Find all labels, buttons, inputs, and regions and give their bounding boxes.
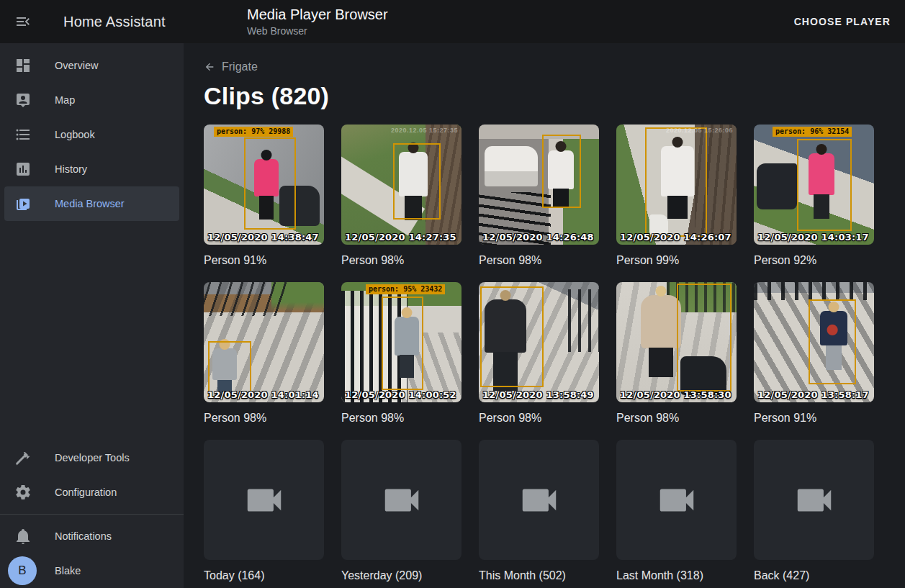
detection-bounding-box xyxy=(542,135,581,208)
railing-shape xyxy=(754,282,874,300)
clip-caption: Person 91% xyxy=(754,412,874,425)
sidebar-item-map[interactable]: Map xyxy=(0,83,184,117)
bell-icon xyxy=(14,528,32,545)
clip-caption: Person 98% xyxy=(479,412,599,425)
dashboard-icon xyxy=(14,57,32,74)
clip-card: 2020.12.05 15:27:35 12/05/2020 14:27:35 … xyxy=(341,125,461,267)
car-shape xyxy=(485,146,538,186)
clip-caption: Person 98% xyxy=(616,412,737,425)
clip-caption: Person 99% xyxy=(616,254,737,267)
clip-thumbnail[interactable]: 12/05/2020 14:01:14 xyxy=(204,282,324,402)
menu-open-icon xyxy=(14,13,32,30)
clip-timestamp-overlay: 12/05/2020 13:58:49 xyxy=(482,389,594,400)
clip-timestamp-overlay: 12/05/2020 14:00:52 xyxy=(345,389,456,400)
clip-card: person: 96% 32154 12/05/2020 14:03:17 Pe… xyxy=(754,125,874,267)
folder-back[interactable] xyxy=(754,440,874,560)
folder-card: Yesterday (209) xyxy=(341,440,461,582)
clip-thumbnail[interactable]: person: 96% 32154 12/05/2020 14:03:17 xyxy=(754,125,874,245)
clip-timestamp-overlay: 12/05/2020 14:03:17 xyxy=(757,232,869,243)
user-avatar: B xyxy=(8,556,37,585)
clip-caption: Person 92% xyxy=(754,254,874,267)
detection-bounding-box xyxy=(809,299,856,384)
sidebar-item-notifications[interactable]: Notifications xyxy=(0,519,184,553)
folder-card: Back (427) xyxy=(754,440,874,582)
clip-timestamp-overlay: 12/05/2020 14:27:35 xyxy=(345,232,456,243)
video-icon xyxy=(517,478,562,523)
clip-caption: Person 98% xyxy=(341,412,461,425)
clip-card: 12/05/2020 14:26:48 Person 98% xyxy=(479,125,599,267)
sidebar-spacer xyxy=(0,221,184,440)
play-box-multiple-icon xyxy=(14,195,32,212)
clip-card: 12/05/2020 13:58:17 Person 91% xyxy=(754,282,874,425)
detection-bounding-box xyxy=(393,143,441,220)
clip-thumbnail[interactable]: 12/05/2020 13:58:49 xyxy=(479,282,599,402)
sidebar-toggle-button[interactable] xyxy=(14,13,32,30)
clip-caption: Person 91% xyxy=(204,254,324,267)
detection-banner: person: 95% 23432 xyxy=(366,284,445,294)
sidebar-item-label: Developer Tools xyxy=(55,452,130,463)
folder-card: Last Month (318) xyxy=(616,440,737,582)
folder-this-month[interactable] xyxy=(479,440,599,560)
clip-timestamp-overlay: 12/05/2020 14:01:14 xyxy=(207,389,319,400)
choose-player-button[interactable]: CHOOSE PLAYER xyxy=(788,0,896,43)
detection-banner: person: 97% 29988 xyxy=(214,127,293,137)
sidebar-divider xyxy=(0,514,184,515)
clip-caption: Person 98% xyxy=(479,254,599,267)
account-location-icon xyxy=(14,91,32,109)
clip-timestamp-overlay: 12/05/2020 14:26:48 xyxy=(482,232,594,243)
folder-label: Last Month (318) xyxy=(616,569,737,582)
clip-timestamp-overlay: 12/05/2020 13:58:17 xyxy=(757,389,869,400)
detection-banner: person: 96% 32154 xyxy=(773,127,852,137)
clip-caption: Person 98% xyxy=(204,412,324,425)
sidebar-item-label: Overview xyxy=(55,60,98,71)
clip-thumbnail[interactable]: person: 97% 29988 12/05/2020 14:38:47 xyxy=(204,125,324,245)
clip-thumbnail[interactable]: 2020.12.05 15:26:06 12/05/2020 14:26:07 xyxy=(616,125,737,245)
sidebar-item-overview[interactable]: Overview xyxy=(0,48,184,83)
sidebar-item-developer-tools[interactable]: Developer Tools xyxy=(0,440,184,475)
clip-card: 12/05/2020 13:58:49 Person 98% xyxy=(479,282,599,425)
video-icon xyxy=(792,478,837,523)
list-bulleted-icon xyxy=(14,126,32,143)
folder-card: Today (164) xyxy=(204,440,324,582)
sidebar-item-label: Notifications xyxy=(55,530,112,542)
sidebar-item-logbook[interactable]: Logbook xyxy=(0,117,184,152)
user-name: Blake xyxy=(55,565,81,576)
sidebar-item-label: History xyxy=(55,163,87,175)
detection-bounding-box xyxy=(480,286,544,387)
clip-timestamp-overlay: 12/05/2020 14:38:47 xyxy=(207,232,319,243)
clip-card: 2020.12.05 15:26:06 12/05/2020 14:26:07 … xyxy=(616,125,737,267)
clip-thumbnail[interactable]: 12/05/2020 14:26:48 xyxy=(479,125,599,245)
clip-timestamp-overlay: 12/05/2020 14:26:07 xyxy=(620,232,731,243)
detection-bounding-box xyxy=(645,127,707,237)
sidebar-item-configuration[interactable]: Configuration xyxy=(0,475,184,510)
sidebar-item-user-profile[interactable]: B Blake xyxy=(0,553,184,588)
clip-card: 12/05/2020 14:01:14 Person 98% xyxy=(204,282,324,425)
folder-today[interactable] xyxy=(204,440,324,560)
clip-thumbnail[interactable]: person: 95% 23432 12/05/2020 14:00:52 xyxy=(341,282,461,402)
railing-shape xyxy=(204,282,293,316)
clip-card: person: 97% 29988 12/05/2020 14:38:47 Pe… xyxy=(204,125,324,267)
breadcrumb-label: Frigate xyxy=(222,60,258,73)
breadcrumb-back-frigate[interactable]: Frigate xyxy=(204,60,258,73)
folder-label: Yesterday (209) xyxy=(341,569,461,582)
page-header-subtitle: Web Browser xyxy=(247,25,388,37)
clip-thumbnail[interactable]: 2020.12.05 15:27:35 12/05/2020 14:27:35 xyxy=(341,125,461,245)
stroller-shape xyxy=(757,163,797,209)
page-header-title: Media Player Browser xyxy=(247,6,388,23)
folder-label: Back (427) xyxy=(754,569,874,582)
app-title: Home Assistant xyxy=(63,14,166,30)
sidebar-item-label: Logbook xyxy=(55,129,95,140)
sidebar-item-media-browser[interactable]: Media Browser xyxy=(4,186,179,221)
hammer-icon xyxy=(14,449,32,466)
sidebar-item-history[interactable]: History xyxy=(0,152,184,186)
gear-icon xyxy=(14,484,32,501)
folder-card: This Month (502) xyxy=(479,440,599,582)
folder-yesterday[interactable] xyxy=(341,440,461,560)
folder-last-month[interactable] xyxy=(616,440,737,560)
app-header: Home Assistant Media Player Browser Web … xyxy=(0,0,905,43)
clip-caption: Person 98% xyxy=(341,254,461,267)
clip-thumbnail[interactable]: 12/05/2020 13:58:30 xyxy=(616,282,737,402)
detection-bounding-box xyxy=(677,284,731,392)
clip-thumbnail[interactable]: 12/05/2020 13:58:17 xyxy=(754,282,874,402)
sidebar-item-label: Map xyxy=(55,94,75,106)
